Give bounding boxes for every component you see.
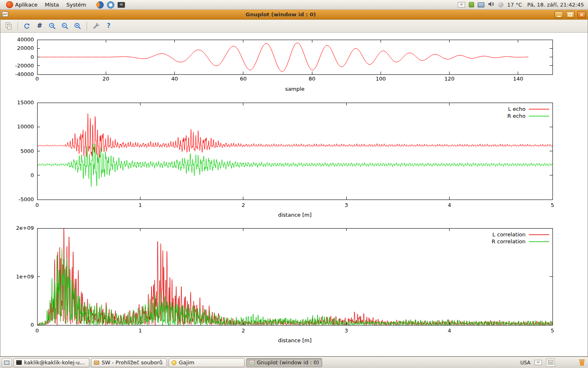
- x-tick-label: 100: [376, 76, 386, 82]
- task-button-gnuplot[interactable]: Gnuplot (window id : 0): [246, 358, 322, 367]
- legend-label: R echo: [507, 113, 526, 119]
- copy-button[interactable]: [4, 21, 13, 31]
- help-button[interactable]: ?: [104, 21, 114, 31]
- menu-places-label: Místa: [45, 2, 59, 8]
- plot-border: [37, 103, 552, 200]
- zoom-icon: [74, 22, 82, 30]
- series-signal: [37, 43, 528, 72]
- panel-tray: ✉ 17 °C Pá, 18. září, 21:42:45: [458, 1, 586, 8]
- y-tick-label: 0: [31, 54, 34, 60]
- keyring-tray-icon[interactable]: [469, 2, 474, 7]
- x-tick-label: 1: [138, 202, 142, 208]
- legend-label: L correlation: [492, 231, 526, 238]
- display-tray-icon[interactable]: [478, 2, 484, 7]
- previous-zoom-button[interactable]: [47, 21, 57, 31]
- chart-signal[interactable]: 020406080100120140-40000-200000200004000…: [0, 35, 588, 96]
- grid-button[interactable]: #: [35, 21, 45, 31]
- task-button-gajim[interactable]: Gajim: [169, 358, 245, 367]
- show-desktop-button[interactable]: [2, 358, 12, 367]
- x-tick-label: 4: [448, 202, 451, 208]
- plot-border: [37, 228, 552, 325]
- help-icon: ?: [107, 23, 111, 29]
- gnuplot-task-icon: [249, 360, 254, 365]
- top-panel: Aplikace Místa Systém ✉ ✉ 17 °C Pá, 18. …: [0, 0, 588, 10]
- temperature-label[interactable]: 17 °C: [507, 2, 522, 8]
- titlebar[interactable]: Gnuplot (window id : 0) ×: [0, 10, 588, 20]
- menu-applications-label: Aplikace: [15, 2, 38, 8]
- task-button-terminal[interactable]: kaklik@kaklik-kolej-u...: [13, 358, 89, 367]
- x-tick-label: 40: [171, 76, 178, 82]
- copy-icon: [4, 22, 13, 30]
- task-label: Gajim: [179, 359, 194, 366]
- gnuplot-applet-icon[interactable]: [546, 359, 555, 367]
- x-tick-label: 140: [513, 76, 523, 82]
- next-zoom-button[interactable]: [60, 21, 70, 31]
- next-zoom-icon: [61, 22, 69, 30]
- x-tick-label: 5: [551, 202, 554, 208]
- plot-area[interactable]: 020406080100120140-40000-200000200004000…: [0, 33, 588, 356]
- y-tick-label: 15000: [17, 99, 34, 105]
- close-button[interactable]: ×: [577, 11, 586, 18]
- gnuplot-window: Gnuplot (window id : 0) × # ? 0204060801…: [0, 10, 588, 357]
- minimize-button[interactable]: [555, 11, 563, 18]
- mini-plot-icon: [548, 360, 553, 365]
- x-tick-label: 0: [36, 328, 39, 334]
- y-tick-label: -20000: [15, 63, 34, 69]
- x-tick-label: 0: [36, 76, 39, 82]
- task-label: SW - Prohlížeč souborů: [102, 359, 163, 366]
- zoom-button[interactable]: [73, 21, 82, 31]
- grid-icon: #: [37, 23, 42, 29]
- menu-system[interactable]: Systém: [62, 0, 89, 10]
- keyboard-layout-indicator[interactable]: USA: [520, 360, 530, 366]
- chart-echo[interactable]: 012345-5000050001000015000distance [m]L …: [0, 98, 588, 221]
- x-tick-label: 3: [345, 202, 348, 208]
- y-tick-label: 0: [31, 172, 34, 178]
- series-r-correlation: [37, 249, 552, 325]
- y-tick-label: 2e+09: [16, 225, 34, 231]
- replot-icon: [23, 22, 31, 30]
- y-tick-label: 5000: [20, 148, 34, 154]
- chart-correlation[interactable]: 01234501e+092e+09distance [m]L correlati…: [0, 224, 588, 349]
- ubuntu-logo-icon: [6, 1, 13, 8]
- x-tick-label: 2: [242, 328, 245, 334]
- toolbar: # ?: [0, 20, 588, 33]
- replot-button[interactable]: [22, 21, 32, 31]
- clock-label[interactable]: Pá, 18. září, 21:42:45: [527, 2, 584, 8]
- weather-tray-icon[interactable]: [498, 2, 503, 7]
- help-launcher-icon[interactable]: [107, 2, 114, 8]
- window-title: Gnuplot (window id : 0): [10, 11, 552, 18]
- gajim-icon: [172, 360, 176, 365]
- volume-tray-icon[interactable]: [488, 1, 494, 8]
- x-tick-label: 3: [345, 328, 348, 334]
- mail-tray-icon[interactable]: ✉: [535, 360, 542, 365]
- menu-places[interactable]: Místa: [41, 0, 63, 10]
- mail-launcher-icon[interactable]: ✉: [118, 2, 125, 8]
- terminal-icon: [16, 360, 22, 365]
- folder-icon: [94, 361, 99, 365]
- task-button-file-manager[interactable]: SW - Prohlížeč souborů: [91, 358, 167, 367]
- x-tick-label: 2: [242, 202, 245, 208]
- x-tick-label: 120: [444, 76, 454, 82]
- taskbar-tray: USA ✉: [520, 359, 586, 367]
- mail-tray-icon[interactable]: ✉: [458, 2, 465, 7]
- legend-label: L echo: [508, 106, 526, 112]
- tick-marks: [37, 228, 552, 325]
- xlabel-correlation: distance [m]: [278, 337, 312, 343]
- task-label: Gnuplot (window id : 0): [257, 359, 319, 366]
- tick-marks: [37, 103, 552, 200]
- toolbar-separator: [87, 22, 87, 30]
- series-l-echo: [37, 114, 552, 158]
- minimize-icon: [557, 16, 561, 17]
- x-tick-label: 60: [240, 76, 247, 82]
- firefox-launcher-icon[interactable]: [96, 1, 104, 9]
- y-tick-label: 40000: [17, 36, 34, 43]
- settings-button[interactable]: [91, 21, 101, 31]
- menu-applications[interactable]: Aplikace: [2, 0, 41, 10]
- x-tick-label: 0: [36, 202, 39, 208]
- y-tick-label: -40000: [15, 71, 34, 77]
- trash-lid: [579, 359, 585, 361]
- x-tick-label: 4: [448, 328, 451, 334]
- settings-icon: [92, 22, 100, 30]
- maximize-button[interactable]: [566, 11, 575, 18]
- trash-icon[interactable]: [579, 359, 585, 366]
